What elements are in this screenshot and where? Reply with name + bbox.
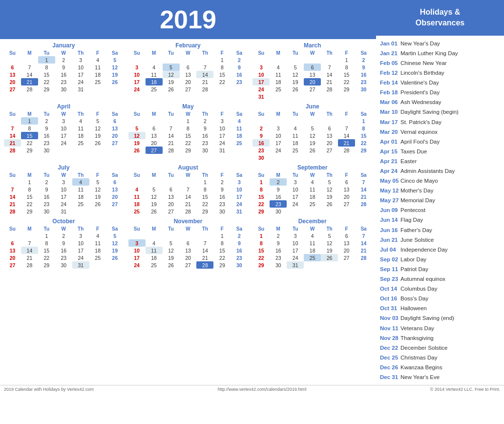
calendar-day: 14 [355, 239, 372, 247]
sidebar-item: Apr 24Admin Assistants Day [380, 166, 500, 176]
sidebar-date: Sep 11 [380, 265, 400, 273]
calendar-day: 8 [21, 186, 38, 193]
day-header: Th [196, 172, 213, 178]
calendar-day: 17 [287, 247, 304, 254]
calendar-day: 7 [355, 178, 372, 186]
sidebar-item: Feb 05Chinese New Year [380, 58, 500, 68]
sidebar-event: Ash Wednesday [400, 98, 441, 106]
calendar-day [180, 232, 197, 239]
day-header: W [180, 50, 197, 56]
calendar-day: 21 [196, 254, 213, 261]
calendar-day [304, 117, 321, 125]
calendar-day: 10 [287, 239, 304, 247]
calendar-day: 25 [146, 261, 163, 269]
calendar-day: 25 [270, 85, 287, 93]
day-header: F [89, 226, 106, 232]
calendar-day [321, 117, 338, 125]
calendar-day: 20 [304, 78, 321, 85]
sidebar-event: Independence Day [400, 246, 448, 254]
calendar-day: 30 [270, 261, 287, 269]
day-header: Th [72, 111, 89, 117]
sidebar-date: Feb 14 [380, 79, 400, 86]
calendar-day: 28 [4, 147, 21, 154]
day-header: Tu [163, 111, 180, 117]
day-header: Sa [106, 111, 124, 117]
calendar-day: 28 [21, 261, 38, 269]
calendar-day: 19 [321, 193, 338, 200]
top-row: 2019 JanuarySuMTuWThFSa12345678910111213… [0, 0, 504, 385]
calendar-day: 9 [355, 64, 372, 71]
calendar-day: 21 [163, 139, 180, 147]
calendar-day: 11 [128, 193, 146, 200]
calendar-day: 31 [72, 261, 89, 269]
calendar-day: 8 [38, 64, 55, 71]
calendar-day: 24 [231, 200, 248, 208]
month-title: February [128, 42, 248, 49]
calendar-day: 31 [213, 147, 231, 154]
sidebar-event: Father's Day [400, 226, 432, 234]
calendar-day [287, 93, 304, 100]
calendar-day: 1 [38, 232, 55, 239]
month-title: December [252, 218, 372, 225]
calendar-day: 24 [128, 85, 146, 93]
calendar-day: 25 [146, 85, 163, 93]
calendar-day: 2 [38, 178, 55, 186]
footer-left: 2019 Calendar with Holidays by Vertex42.… [4, 387, 94, 392]
calendar-day: 7 [180, 186, 197, 193]
calendar-day: 21 [180, 200, 197, 208]
calendar-day: 6 [4, 239, 21, 247]
sidebar-date: Nov 11 [380, 324, 400, 332]
calendar-day: 8 [355, 125, 372, 132]
sidebar-date: Jul 04 [380, 246, 400, 254]
calendar-day: 3 [128, 239, 146, 247]
sidebar-event: Thanksgiving [400, 334, 434, 342]
calendar-day: 21 [321, 78, 338, 85]
day-header: F [89, 50, 106, 56]
sidebar-event: Mother's Day [400, 187, 433, 194]
calendar-day: 17 [231, 193, 248, 200]
calendar-day: 30 [213, 208, 231, 215]
calendar-day: 26 [106, 78, 124, 85]
calendar-day: 23 [355, 78, 372, 85]
calendar-day: 31 [55, 208, 72, 215]
calendar-day: 9 [196, 125, 213, 132]
day-header: Th [196, 226, 213, 232]
calendar-day: 31 [252, 93, 270, 100]
month-title: January [4, 42, 124, 49]
day-header: Sa [106, 172, 124, 178]
calendar-day: 24 [287, 254, 304, 261]
calendar-day: 14 [163, 132, 180, 139]
sidebar-date: Mar 17 [380, 118, 400, 126]
calendar-day: 1 [213, 56, 231, 64]
month-table: SuMTuWThFSa12345678910111213141516171819… [128, 50, 248, 93]
calendar-day: 26 [287, 85, 304, 93]
calendar-day: 3 [55, 117, 72, 125]
day-header: Sa [231, 111, 248, 117]
sidebar-event: Memorial Day [400, 196, 435, 204]
calendar-day: 18 [304, 247, 321, 254]
month-table: SuMTuWThFSa12345678910111213141516171819… [4, 50, 124, 93]
calendar-day: 1 [338, 56, 355, 64]
calendar-day: 19 [321, 247, 338, 254]
calendar-day: 5 [321, 232, 338, 239]
day-header: Sa [231, 226, 248, 232]
calendar-day: 19 [128, 139, 146, 147]
sidebar-list: Jan 01New Year's DayJan 21Martin Luther … [376, 36, 504, 385]
calendar-day: 21 [355, 193, 372, 200]
calendar-day: 28 [4, 208, 21, 215]
calendar-day: 25 [231, 139, 248, 147]
calendar-day: 6 [180, 64, 197, 71]
calendar-day: 27 [338, 200, 355, 208]
calendar-day: 8 [252, 186, 270, 193]
sidebar-event: Martin Luther King Day [400, 49, 458, 57]
calendar-day: 6 [304, 64, 321, 71]
calendar-day: 4 [231, 117, 248, 125]
calendar-day [128, 178, 146, 186]
calendar-day: 17 [72, 247, 89, 254]
calendar-day: 10 [270, 132, 287, 139]
month-january: JanuarySuMTuWThFSa1234567891011121314151… [4, 42, 124, 100]
day-header: Tu [38, 172, 55, 178]
day-header: W [55, 111, 72, 117]
month-february: FebruarySuMTuWThFSa123456789101112131415… [128, 42, 248, 100]
calendar-day: 27 [304, 85, 321, 93]
